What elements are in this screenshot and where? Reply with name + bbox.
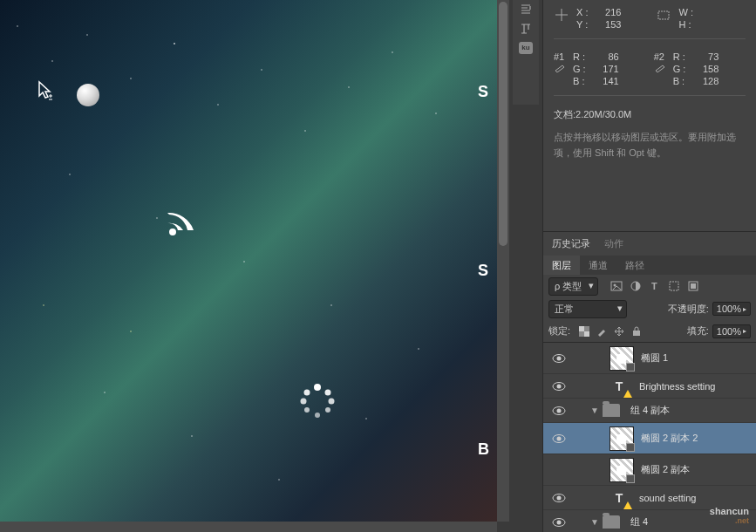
canvas[interactable]: S S B — [0, 0, 497, 522]
layer-thumbnail — [610, 426, 634, 451]
lock-label: 锁定: — [548, 324, 570, 338]
tab-paths[interactable]: 路径 — [616, 256, 653, 276]
fill-label: 填充: — [687, 324, 709, 338]
info-x-label: X : — [576, 7, 588, 17]
svg-point-25 — [557, 408, 562, 413]
svg-point-10 — [614, 284, 616, 287]
sample1-r: 86 — [593, 51, 619, 62]
svg-rect-13 — [670, 282, 678, 290]
visibility-toggle[interactable] — [547, 517, 571, 528]
history-actions-tabs: 历史记录 动作 — [542, 231, 756, 256]
svg-point-7 — [304, 390, 310, 396]
eyedropper-icon — [654, 64, 666, 72]
horizontal-scrollbar[interactable] — [0, 522, 497, 532]
panel-tabs: 图层 通道 路径 — [542, 256, 756, 275]
info-y-value: 153 — [595, 19, 621, 30]
layer-row[interactable]: 椭圆 2 副本 — [543, 454, 756, 486]
info-w-label: W : — [678, 7, 693, 17]
svg-point-27 — [557, 436, 562, 440]
info-x-value: 216 — [595, 7, 621, 17]
actions-tab[interactable]: 动作 — [604, 237, 623, 250]
collapsed-tool-column: ku — [513, 0, 539, 105]
layer-row[interactable]: 椭圆 1 — [543, 343, 756, 374]
layer-row[interactable]: ▼组 4 — [543, 510, 756, 532]
layer-thumbnail — [610, 346, 634, 371]
layer-row[interactable]: ▼组 4 副本 — [543, 399, 756, 423]
layer-name: 椭圆 1 — [641, 351, 668, 365]
visibility-toggle[interactable] — [547, 381, 571, 392]
character-tool-icon[interactable] — [520, 23, 532, 35]
warning-icon — [623, 390, 632, 398]
ku-badge-icon[interactable]: ku — [519, 42, 533, 54]
canvas-sphere-object[interactable] — [77, 84, 99, 106]
lock-position-icon[interactable] — [614, 326, 624, 337]
svg-point-0 — [314, 384, 321, 391]
crosshair-icon — [554, 7, 569, 23]
canvas-text-b: B — [478, 440, 489, 459]
svg-point-2 — [329, 399, 335, 405]
tab-layers[interactable]: 图层 — [543, 256, 580, 276]
svg-point-3 — [325, 407, 330, 413]
layer-filter-bar: ρ 类型 T — [542, 275, 756, 297]
lock-brush-icon[interactable] — [596, 326, 607, 337]
layer-name: 组 4 — [630, 515, 648, 529]
svg-point-31 — [557, 520, 562, 524]
filter-adjustment-icon[interactable] — [630, 280, 642, 292]
layer-row[interactable]: Tsound setting — [543, 486, 756, 510]
folder-icon — [603, 404, 620, 417]
filter-type-select[interactable]: ρ 类型 — [548, 277, 598, 296]
warning-icon — [623, 501, 632, 509]
lock-bar: 锁定: 填充: 100% — [542, 320, 756, 343]
svg-rect-17 — [579, 326, 584, 331]
blend-mode-select[interactable]: 正常 — [548, 300, 627, 318]
filter-smartobject-icon[interactable] — [687, 280, 699, 292]
sample2-b: 128 — [692, 76, 719, 86]
tool-hint: 点按并拖移以移动图层或选区。要用附加选项，使用 Shift 和 Opt 键。 — [554, 130, 746, 160]
history-tab[interactable]: 历史记录 — [552, 237, 590, 250]
svg-point-23 — [557, 384, 562, 388]
opacity-input[interactable]: 100% — [712, 302, 751, 316]
wifi-icon — [164, 204, 202, 239]
filter-text-icon[interactable]: T — [649, 280, 661, 292]
layer-name: Brightness setting — [639, 381, 715, 392]
layer-name: 椭圆 2 副本 2 — [641, 432, 698, 445]
layers-list[interactable]: 椭圆 1TBrightness setting▼组 4 副本椭圆 2 副本 2椭… — [542, 343, 756, 532]
text-layer-icon: T — [610, 377, 629, 396]
fill-input[interactable]: 100% — [712, 324, 751, 338]
svg-point-21 — [557, 356, 562, 360]
layer-name: 椭圆 2 副本 — [641, 463, 690, 476]
expand-toggle[interactable]: ▼ — [590, 406, 603, 415]
sample2-g: 158 — [692, 64, 719, 74]
filter-shape-icon[interactable] — [668, 280, 680, 292]
lock-transparency-icon[interactable] — [579, 326, 589, 337]
tab-channels[interactable]: 通道 — [580, 256, 616, 276]
visibility-toggle[interactable] — [547, 406, 571, 416]
visibility-toggle[interactable] — [547, 353, 571, 364]
info-y-label: Y : — [576, 19, 588, 30]
paragraph-tool-icon[interactable] — [520, 3, 532, 16]
visibility-toggle[interactable] — [547, 433, 571, 444]
doc-label: 文档: — [554, 109, 576, 119]
sample1-num: #1 — [554, 51, 566, 62]
layer-row[interactable]: TBrightness setting — [543, 374, 756, 399]
vertical-scrollbar[interactable] — [497, 0, 509, 522]
layer-name: sound setting — [639, 493, 696, 503]
filter-image-icon[interactable] — [610, 280, 623, 292]
sample2-r: 73 — [692, 51, 719, 62]
sample1-g: 171 — [593, 64, 619, 74]
canvas-text-s1: S — [478, 83, 488, 101]
svg-point-4 — [315, 413, 320, 418]
info-panel: X :Y : 216153 W :H : #1 R :G :B : 861711… — [542, 0, 756, 231]
layer-row[interactable]: 椭圆 2 副本 2 — [543, 423, 756, 454]
svg-rect-15 — [691, 283, 696, 289]
svg-point-29 — [557, 495, 562, 500]
expand-toggle[interactable]: ▼ — [590, 517, 603, 527]
visibility-toggle[interactable] — [547, 493, 571, 503]
lock-all-icon[interactable] — [631, 326, 642, 337]
loading-spinner-icon — [298, 382, 337, 422]
info-h-label: H : — [678, 19, 693, 30]
svg-rect-18 — [584, 331, 589, 337]
layer-name: 组 4 副本 — [630, 404, 670, 417]
text-layer-icon: T — [610, 488, 629, 508]
layer-thumbnail — [610, 458, 634, 482]
